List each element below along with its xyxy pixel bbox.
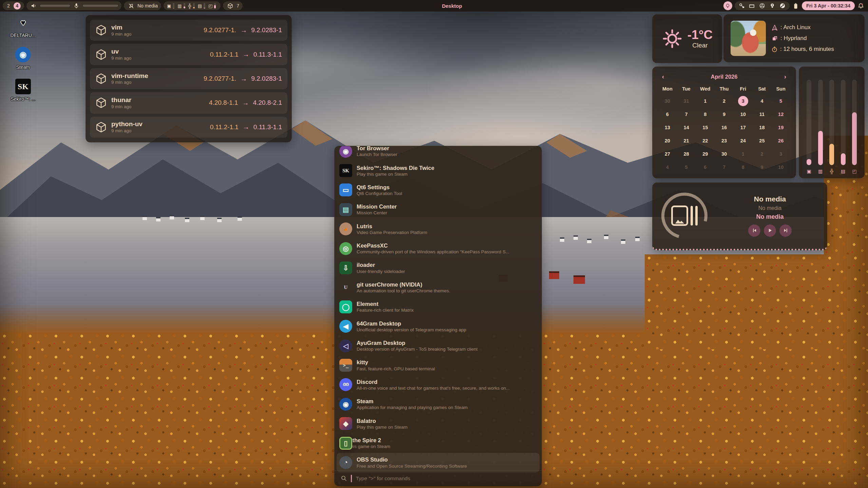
calendar-day[interactable]: 8 xyxy=(696,108,715,120)
launcher-item[interactable]: ◯ElementFeature-rich client for Matrix xyxy=(335,297,542,316)
microphone-slider[interactable] xyxy=(83,5,118,7)
launcher-search-input[interactable] xyxy=(355,475,536,482)
calendar-day[interactable]: 9 xyxy=(753,161,772,173)
calendar-day[interactable]: 9 xyxy=(715,108,734,120)
calendar-day[interactable]: 22 xyxy=(696,135,715,147)
calendar-weekday: Wed xyxy=(696,84,715,94)
calendar-day[interactable]: 28 xyxy=(677,148,696,160)
launcher-item[interactable]: ʘʘDiscordAll-in-one voice and text chat … xyxy=(335,375,542,394)
sekiro-icon: SK xyxy=(339,164,352,177)
launcher-item[interactable]: ◎KeePassXCCommunity-driven port of the W… xyxy=(335,239,542,258)
calendar-day[interactable]: 29 xyxy=(696,148,715,160)
calendar-day[interactable]: 2 xyxy=(753,148,772,160)
calendar-day[interactable]: 16 xyxy=(715,121,734,134)
launcher-item[interactable]: >_kittyFast, feature-rich, GPU based ter… xyxy=(335,355,542,375)
calendar-day[interactable]: 14 xyxy=(677,121,696,134)
calendar-day[interactable]: 10 xyxy=(771,161,790,173)
launcher-item[interactable]: ◁AyuGram DesktopDesktop version of AyuGr… xyxy=(335,336,542,355)
launcher-item[interactable]: ▤Mission CenterMission Center xyxy=(335,200,542,219)
launcher-item[interactable]: SKSekiro™: Shadows Die TwicePlay this ga… xyxy=(335,161,542,180)
calendar-day[interactable]: 7 xyxy=(677,108,696,120)
launcher-item[interactable]: ◉Tor BrowserLaunch Tor Browser xyxy=(335,146,542,161)
calendar-day[interactable]: 6 xyxy=(658,108,677,120)
update-row[interactable]: python-uv9 min ago0.11.2-1.1→0.11.3-1.1 xyxy=(90,117,287,138)
launcher-item[interactable]: ◆BalatroPlay this game on Steam xyxy=(335,414,542,433)
calendar-next-button[interactable]: › xyxy=(783,73,788,80)
calendar-day[interactable]: 19 xyxy=(771,121,790,134)
calendar-day[interactable]: 17 xyxy=(734,121,753,134)
calendar-day[interactable]: 30 xyxy=(715,148,734,160)
calendar-day[interactable]: 6 xyxy=(696,161,715,173)
calendar-day[interactable]: 1 xyxy=(734,148,753,160)
play-button[interactable] xyxy=(764,225,776,237)
package-updates-module[interactable]: 7 xyxy=(223,1,243,10)
calendar-day[interactable]: 26 xyxy=(771,135,790,147)
calendar-day[interactable]: 5 xyxy=(771,95,790,107)
calendar-day[interactable]: 30 xyxy=(658,95,677,107)
speaker-icon xyxy=(30,1,37,10)
wm-name: : Hyprland xyxy=(780,35,807,42)
steam-tray-icon[interactable] xyxy=(779,1,786,10)
calendar-day[interactable]: 10 xyxy=(734,108,753,120)
calendar-day[interactable]: 4 xyxy=(658,161,677,173)
update-row[interactable]: thunar9 min ago4.20.8-1.1→4.20.8-2.1 xyxy=(90,92,287,113)
calendar-day[interactable]: 4 xyxy=(753,95,772,107)
calendar-day[interactable]: 8 xyxy=(734,161,753,173)
calendar-day[interactable]: 27 xyxy=(658,148,677,160)
media-module[interactable]: No media xyxy=(124,1,161,10)
launcher-item[interactable]: Ugit userChrome (NVIDIA)An automation to… xyxy=(335,278,542,297)
audio-module[interactable] xyxy=(26,1,121,10)
calendar-prev-button[interactable]: ‹ xyxy=(661,73,665,80)
desktop-icon[interactable]: ◉Steam xyxy=(5,47,41,70)
calendar-weekday: Tue xyxy=(677,84,696,94)
calendar-day[interactable]: 23 xyxy=(715,135,734,147)
calendar-day[interactable]: 12 xyxy=(771,108,790,120)
version-change: 9.2.0277-1.→9.2.0283-1 xyxy=(204,75,282,83)
workspaces-module[interactable]: 2 4 xyxy=(3,1,24,10)
launcher-search-bar[interactable] xyxy=(335,470,542,486)
calendar-day[interactable]: 31 xyxy=(677,95,696,107)
desktop-icon[interactable]: ♥DELTARU... xyxy=(5,15,41,38)
calendar-day[interactable]: 13 xyxy=(658,121,677,134)
clock[interactable]: Fri 3 Apr - 00:32:34 xyxy=(802,1,855,10)
launcher-item[interactable]: ◉SteamApplication for managing and playi… xyxy=(335,394,542,414)
calendar-day[interactable]: 2 xyxy=(715,95,734,107)
system-monitor-module[interactable]: ▣▥╬▤◰ xyxy=(164,1,221,10)
calendar-day[interactable]: 5 xyxy=(677,161,696,173)
workspace-button-2[interactable]: 2 xyxy=(6,3,11,8)
network-tray-icon[interactable] xyxy=(748,1,756,10)
update-row[interactable]: vim-runtime9 min ago9.2.0277-1.→9.2.0283… xyxy=(90,68,287,89)
launcher-item[interactable]: ▯Slay the Spire 2Play this game on Steam xyxy=(335,433,542,453)
discord-icon: ʘʘ xyxy=(339,378,352,391)
update-row[interactable]: uv9 min ago0.11.2-1.1→0.11.3-1.1 xyxy=(90,44,287,65)
lightbulb-tray-icon[interactable] xyxy=(769,1,776,10)
launcher-item[interactable]: ◕LutrisVideo Game Preservation Platform xyxy=(335,219,542,239)
calendar-day[interactable]: 1 xyxy=(696,95,715,107)
calendar-day[interactable]: 21 xyxy=(677,135,696,147)
gpu-icon: ╬ xyxy=(188,3,191,8)
night-light-toggle-button[interactable] xyxy=(723,1,732,10)
update-row[interactable]: vim9 min ago9.2.0277-1.→9.2.0283-1 xyxy=(90,20,287,41)
launcher-item[interactable]: ◀64Gram DesktopUnofficial desktop versio… xyxy=(335,317,542,336)
workspace-button-4-active[interactable]: 4 xyxy=(14,2,21,9)
volume-slider[interactable] xyxy=(40,5,70,7)
calendar-day[interactable]: 3 xyxy=(771,148,790,160)
hyprland-icon xyxy=(772,36,777,41)
desktop-icon[interactable]: SKSekiro™: ... xyxy=(5,79,41,102)
launcher-item[interactable]: ▭Qt6 SettingsQt6 Configuration Tool xyxy=(335,180,542,200)
calendar-day[interactable]: 11 xyxy=(753,108,772,120)
calendar-day[interactable]: 25 xyxy=(753,135,772,147)
launcher-item[interactable]: ⇩iloaderUser-friendly sideloader xyxy=(335,258,542,277)
calendar-day[interactable]: 18 xyxy=(753,121,772,134)
obs-tray-icon[interactable] xyxy=(758,1,766,10)
previous-track-button[interactable] xyxy=(748,225,760,237)
next-track-button[interactable] xyxy=(779,225,792,237)
calendar-day[interactable]: 15 xyxy=(696,121,715,134)
calendar-day[interactable]: 7 xyxy=(715,161,734,173)
launcher-item[interactable]: ◔OBS StudioFree and Open Source Streamin… xyxy=(337,453,540,472)
keepassxc-tray-icon[interactable] xyxy=(738,1,746,10)
notifications-bell-icon[interactable] xyxy=(857,1,865,10)
calendar-day[interactable]: 24 xyxy=(734,135,753,147)
calendar-day[interactable]: 3 xyxy=(734,95,753,107)
calendar-day[interactable]: 20 xyxy=(658,135,677,147)
